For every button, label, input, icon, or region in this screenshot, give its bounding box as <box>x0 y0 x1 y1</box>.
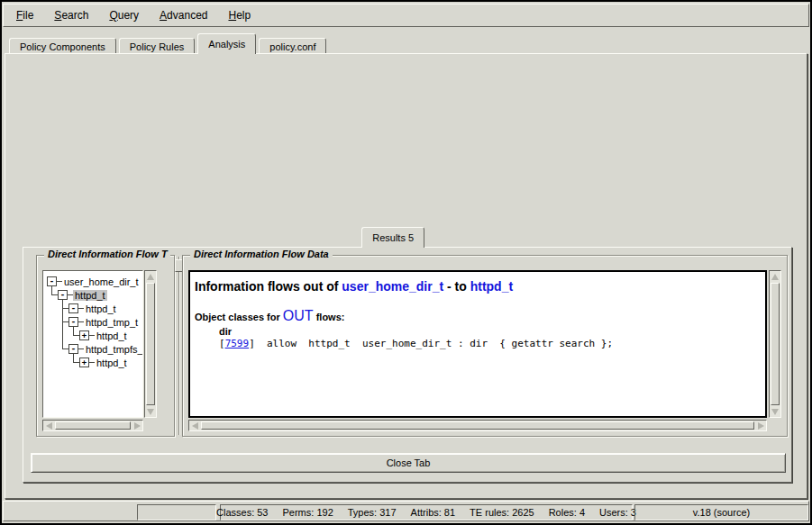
flow-direction: OUT <box>283 308 314 323</box>
flow-tree-legend: Direct Information Flow T <box>44 249 170 259</box>
tree-node[interactable]: -httpd_t <box>43 302 142 315</box>
status-version-panel: v.18 (source) <box>634 504 808 520</box>
scroll-up-icon[interactable] <box>770 271 780 282</box>
expander-icon[interactable]: - <box>47 276 57 286</box>
scroll-down-icon[interactable] <box>145 406 156 417</box>
expander-icon[interactable]: - <box>68 317 78 327</box>
pane-divider <box>178 257 180 435</box>
tab-policy-rules[interactable]: Policy Rules <box>119 38 196 54</box>
target-type: httpd_t <box>470 279 513 294</box>
menu-file[interactable]: File <box>14 8 36 23</box>
tree-vscrollbar[interactable] <box>144 270 157 418</box>
expander-icon[interactable]: + <box>79 358 89 367</box>
expander-icon[interactable]: + <box>79 330 89 340</box>
scrollbar-thumb[interactable] <box>55 421 131 430</box>
tab-analysis[interactable]: Analysis <box>197 33 256 54</box>
tree-node-label[interactable]: httpd_t <box>95 330 129 341</box>
menu-bar: File Search Query Advanced Help <box>3 4 809 27</box>
stat-classes: Classes: 53 <box>216 507 268 518</box>
tree-node[interactable]: +httpd_t <box>43 356 142 369</box>
status-stats-panel: Classes: 53 Perms: 192 Types: 317 Attrib… <box>220 504 633 520</box>
tree-node[interactable]: -httpd_tmpfs_ <box>43 342 142 356</box>
expander-icon[interactable]: - <box>68 344 78 354</box>
flow-subtitle: Object classes for OUT flows: <box>190 308 765 324</box>
scroll-right-icon[interactable] <box>132 421 142 430</box>
tree-node-label[interactable]: httpd_tmpfs_ <box>84 344 143 355</box>
menu-help[interactable]: Help <box>225 8 253 23</box>
source-type: user_home_dir_t <box>342 279 443 294</box>
rule-line: [7599] allow httpd_t user_home_dir_t : d… <box>190 338 765 349</box>
tree-node[interactable]: +httpd_t <box>43 329 142 342</box>
tree-node[interactable]: -user_home_dir_t <box>43 275 142 288</box>
data-hscrollbar[interactable] <box>188 420 767 431</box>
tree-node[interactable]: -httpd_t <box>43 288 142 302</box>
tree-node[interactable]: -httpd_tmp_t <box>43 315 142 329</box>
flow-data-group: Direct Information Flow Data Information… <box>182 255 788 437</box>
tab-results-5[interactable]: Results 5 <box>361 227 424 248</box>
tab-policy-components[interactable]: Policy Components <box>9 38 116 54</box>
apol-window: File Search Query Advanced Help Policy C… <box>0 0 812 525</box>
main-tab-bar: Policy Components Policy Rules Analysis … <box>9 34 329 54</box>
data-vscrollbar[interactable] <box>769 270 781 418</box>
status-bar: Classes: 53 Perms: 192 Types: 317 Attrib… <box>3 501 809 521</box>
policy-version: v.18 (source) <box>693 507 750 518</box>
menu-search[interactable]: Search <box>51 8 91 23</box>
flow-data-text[interactable]: Information flows out of user_home_dir_t… <box>188 270 767 418</box>
scroll-left-icon[interactable] <box>189 421 200 430</box>
stat-attribs: Attribs: 81 <box>411 507 456 518</box>
expander-icon[interactable]: - <box>58 290 68 300</box>
tree-hscrollbar[interactable] <box>42 420 143 431</box>
scroll-left-icon[interactable] <box>43 421 54 430</box>
stat-types: Types: 317 <box>348 507 397 518</box>
tree-node-label[interactable]: httpd_tmp_t <box>84 317 140 328</box>
analysis-results-group: Analysis Results Empty Tab Results 1 Res… <box>14 212 797 491</box>
stat-perms: Perms: 192 <box>283 507 333 518</box>
scroll-down-icon[interactable] <box>770 406 780 417</box>
flow-tree-group: Direct Information Flow T -user_home_dir… <box>36 255 175 437</box>
tab-policy-conf[interactable]: policy.conf <box>259 38 326 54</box>
rule-id-link[interactable]: 7599 <box>225 338 250 349</box>
tree-node-label[interactable]: user_home_dir_t <box>62 276 141 287</box>
flow-title: Information flows out of user_home_dir_t… <box>190 279 765 294</box>
stat-roles: Roles: 4 <box>549 507 585 518</box>
flow-tree: -user_home_dir_t -httpd_t -httpd_t -http… <box>42 270 143 418</box>
close-tab-button[interactable]: Close Tab <box>31 453 786 473</box>
tree-node-label[interactable]: httpd_t <box>84 303 118 314</box>
scroll-right-icon[interactable] <box>755 421 766 430</box>
stat-te-rules: TE rules: 2625 <box>470 507 534 518</box>
menu-advanced[interactable]: Advanced <box>157 8 210 23</box>
scrollbar-thumb[interactable] <box>201 421 754 430</box>
status-empty-panel <box>137 504 216 520</box>
flow-data-legend: Direct Information Flow Data <box>190 249 333 259</box>
results-page: Direct Information Flow T -user_home_dir… <box>23 247 792 483</box>
tree-node-label-selected[interactable]: httpd_t <box>73 290 107 301</box>
scrollbar-thumb[interactable] <box>146 283 155 405</box>
scroll-up-icon[interactable] <box>145 271 156 282</box>
object-class-heading: dir <box>190 326 765 337</box>
tree-node-label[interactable]: httpd_t <box>95 358 129 368</box>
stat-users: Users: 3 <box>599 507 636 518</box>
expander-icon[interactable]: - <box>68 303 78 313</box>
menu-query[interactable]: Query <box>106 8 141 23</box>
scrollbar-thumb[interactable] <box>771 283 780 405</box>
